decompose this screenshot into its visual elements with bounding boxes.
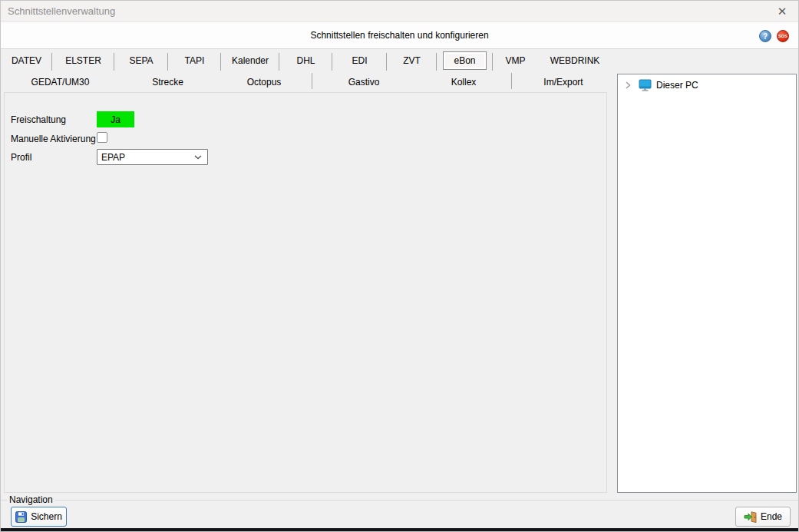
navigation-tree-panel: Dieser PC xyxy=(617,74,797,493)
tab-kalender[interactable]: Kalender xyxy=(221,49,279,71)
sos-icon-glyph: SOS xyxy=(778,34,787,38)
end-button[interactable]: Ende xyxy=(735,507,791,527)
window-title: Schnittstellenverwaltung xyxy=(8,5,115,17)
header-band: Schnittstellen freischalten und konfigur… xyxy=(1,22,798,49)
tab-webdrink[interactable]: WEBDRINK xyxy=(538,49,612,71)
tab-gedat-um30[interactable]: GEDAT/UM30 xyxy=(1,71,120,92)
tree-item-label: Dieser PC xyxy=(656,80,698,91)
sos-icon[interactable]: SOS xyxy=(777,30,789,42)
tab-vmp[interactable]: VMP xyxy=(493,49,538,71)
end-button-label: Ende xyxy=(761,511,782,522)
profil-selected-value: EPAP xyxy=(97,152,194,163)
tab-row-1: DATEV ELSTER SEPA TAPI Kalender DHL EDI … xyxy=(1,49,612,71)
tab-row-2: GEDAT/UM30 Strecke Octopus Gastivo Kolle… xyxy=(1,71,615,92)
exit-door-icon xyxy=(744,511,757,523)
tab-strecke[interactable]: Strecke xyxy=(120,71,216,92)
profil-label: Profil xyxy=(11,152,31,163)
settings-panel: Freischaltung Ja Manuelle Aktivierung Pr… xyxy=(4,92,607,493)
tab-datev[interactable]: DATEV xyxy=(1,49,52,71)
selected-tab-frame: eBon xyxy=(443,51,486,70)
tab-sepa[interactable]: SEPA xyxy=(114,49,168,71)
chevron-right-icon[interactable] xyxy=(625,81,631,89)
help-icon[interactable]: ? xyxy=(759,30,771,42)
help-icon-glyph: ? xyxy=(763,32,768,41)
freischaltung-status-badge[interactable]: Ja xyxy=(97,111,134,127)
manuelle-aktivierung-checkbox[interactable] xyxy=(97,132,107,143)
tab-zvt[interactable]: ZVT xyxy=(387,49,437,71)
save-button-label: Sichern xyxy=(31,511,62,522)
tab-kollex[interactable]: Kollex xyxy=(415,71,512,92)
tab-ebon-selected[interactable]: eBon xyxy=(437,49,493,71)
save-button[interactable]: Sichern xyxy=(11,507,67,527)
footer-divider xyxy=(1,500,798,501)
tree-item-dieser-pc[interactable]: Dieser PC xyxy=(618,78,796,92)
computer-monitor-icon xyxy=(639,79,652,91)
close-icon[interactable]: ✕ xyxy=(772,3,792,20)
chevron-down-icon xyxy=(194,155,207,160)
tab-tapi[interactable]: TAPI xyxy=(168,49,221,71)
page-title: Schnittstellen freischalten und konfigur… xyxy=(1,30,798,41)
window-bottom-edge xyxy=(1,528,798,531)
navigation-group-label: Navigation xyxy=(7,494,55,505)
floppy-disk-icon xyxy=(15,511,27,523)
title-bar: Schnittstellenverwaltung ✕ xyxy=(1,1,798,22)
app-window: Schnittstellenverwaltung ✕ Schnittstelle… xyxy=(0,0,799,532)
tab-elster[interactable]: ELSTER xyxy=(52,49,114,71)
tab-dhl[interactable]: DHL xyxy=(279,49,332,71)
tab-octopus[interactable]: Octopus xyxy=(216,71,312,92)
tab-gastivo[interactable]: Gastivo xyxy=(312,71,415,92)
profil-select[interactable]: EPAP xyxy=(97,149,208,165)
tab-edi[interactable]: EDI xyxy=(332,49,387,71)
freischaltung-label: Freischaltung xyxy=(11,114,66,125)
tab-im-export[interactable]: Im/Export xyxy=(512,71,615,92)
manuelle-aktivierung-label: Manuelle Aktivierung xyxy=(11,134,96,144)
